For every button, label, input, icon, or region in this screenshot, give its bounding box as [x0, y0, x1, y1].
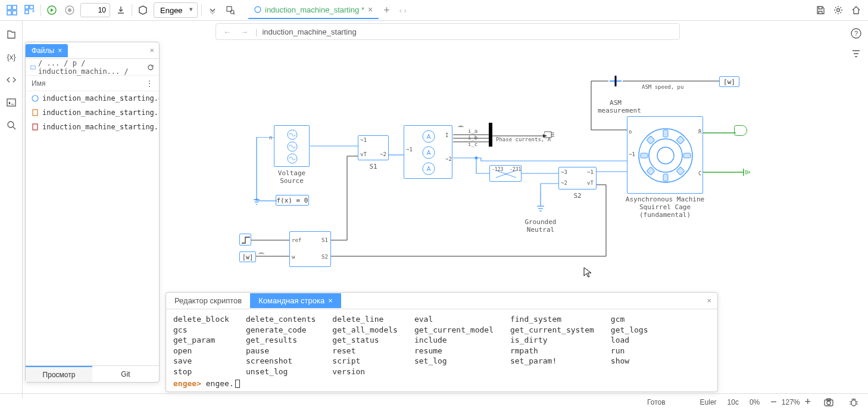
files-tab[interactable]: Файлы ×	[26, 44, 68, 57]
panel-close-icon[interactable]: ×	[701, 296, 717, 305]
engine-select[interactable]: Engee	[154, 2, 198, 18]
command-line-tab[interactable]: Командная строка ×	[250, 293, 341, 308]
completion-item[interactable]: open	[173, 346, 229, 356]
model-tab[interactable]: induction_machine_starting * ×	[248, 1, 379, 19]
completion-item[interactable]: generate_code	[246, 325, 316, 336]
close-icon[interactable]: ×	[328, 296, 333, 305]
from-w-block[interactable]: [w]	[239, 251, 256, 262]
back-icon[interactable]: ←	[221, 27, 233, 36]
forward-icon[interactable]: →	[238, 27, 251, 36]
folder-icon	[30, 64, 36, 71]
completion-item[interactable]: screenshot	[246, 356, 316, 366]
completion-item[interactable]: delete_block	[173, 314, 229, 325]
script-editor-tab[interactable]: Редактор скриптов	[166, 293, 250, 308]
bug-icon[interactable]	[847, 395, 861, 409]
completion-item[interactable]: load	[611, 335, 648, 346]
search-icon[interactable]	[4, 117, 19, 133]
port-label: ~1	[629, 151, 635, 157]
voltage-source-block[interactable]	[274, 125, 310, 167]
search-block-icon[interactable]	[223, 3, 238, 17]
home-icon[interactable]	[849, 3, 863, 17]
mech-port-r[interactable]	[734, 125, 747, 136]
completion-item[interactable]: find_system	[510, 314, 594, 325]
variables-icon[interactable]: {x}	[4, 49, 19, 65]
completion-item[interactable]: eval	[414, 314, 494, 325]
completion-item[interactable]: get_param	[173, 335, 229, 346]
step-block[interactable]	[239, 234, 251, 246]
fx-block[interactable]: f(x) = 0	[276, 195, 309, 206]
completion-item[interactable]: resume	[414, 346, 494, 356]
files-icon[interactable]	[4, 27, 19, 42]
completion-item[interactable]: delete_line	[332, 314, 398, 325]
chevron-down-icon[interactable]	[205, 3, 220, 17]
completion-item[interactable]: show	[611, 356, 648, 366]
column-menu-icon[interactable]: ⋮	[146, 79, 153, 88]
camera-icon[interactable]	[822, 395, 836, 409]
controller-block[interactable]	[289, 231, 331, 267]
completion-item[interactable]: get_logs	[611, 325, 648, 336]
terminal-icon[interactable]	[4, 95, 19, 110]
hexagon-icon[interactable]	[136, 3, 150, 17]
help-icon[interactable]: ?	[849, 26, 863, 41]
completion-item[interactable]: gcm	[611, 314, 648, 325]
refresh-icon[interactable]	[147, 64, 154, 71]
play-icon[interactable]	[45, 3, 59, 17]
record-icon[interactable]	[63, 3, 77, 17]
completion-item[interactable]: get_results	[246, 335, 316, 346]
file-item[interactable]: induction_machine_starting.e	[26, 91, 159, 105]
files-footer: Просмотр Git	[26, 365, 159, 382]
completion-item[interactable]: include	[414, 335, 494, 346]
completion-item[interactable]: gcs	[173, 325, 229, 336]
terminator-icon[interactable]	[544, 131, 555, 139]
close-icon[interactable]: ×	[368, 5, 373, 14]
completion-item[interactable]: get_current_system	[510, 325, 594, 336]
completion-item[interactable]: stop	[173, 366, 229, 377]
wire	[258, 199, 277, 203]
completion-item[interactable]: delete_contents	[246, 314, 316, 325]
completion-item[interactable]: save	[173, 356, 229, 366]
svg-rect-25	[33, 110, 38, 116]
sim-time-input[interactable]	[80, 3, 110, 17]
completion-item[interactable]: is_dirty	[510, 335, 594, 346]
completion-item[interactable]: set_param!	[510, 356, 594, 366]
completion-item[interactable]: version	[332, 366, 398, 377]
zoom-out-button[interactable]: −	[770, 396, 777, 408]
completion-item[interactable]: get_all_models	[332, 325, 398, 336]
svg-rect-53	[676, 136, 685, 144]
console-body[interactable]: delete_blockgcsget_paramopensavestop del…	[166, 309, 717, 392]
close-icon[interactable]: ×	[58, 46, 62, 55]
zoom-in-button[interactable]: +	[804, 396, 811, 408]
ground-icon[interactable]	[536, 192, 545, 216]
files-path-text[interactable]: / ... / p / induction_machin... /	[38, 59, 145, 76]
layout-icon[interactable]	[5, 3, 19, 17]
completion-item[interactable]: script	[332, 356, 398, 366]
breadcrumb-text[interactable]: induction_machine_starting	[262, 27, 356, 36]
cursor-icon	[235, 380, 240, 388]
completion-item[interactable]: set_log	[414, 356, 494, 366]
completion-item[interactable]: rmpath	[510, 346, 594, 356]
completion-item[interactable]: reset	[332, 346, 398, 356]
git-tab[interactable]: Git	[92, 366, 159, 382]
svg-point-61	[475, 157, 478, 160]
file-item[interactable]: induction_machine_starting.n	[26, 105, 159, 120]
file-item[interactable]: induction_machine_starting.s	[26, 120, 159, 134]
save-icon[interactable]	[813, 3, 828, 17]
code-icon[interactable]	[4, 72, 19, 88]
prompt-input[interactable]: engee.	[206, 379, 234, 388]
svg-rect-4	[25, 5, 29, 9]
gear-icon[interactable]	[831, 3, 845, 17]
completion-item[interactable]: pause	[246, 346, 316, 356]
panel-close-icon[interactable]: ×	[145, 46, 159, 55]
scope-icon[interactable]	[608, 74, 623, 88]
new-tab-button[interactable]: +	[379, 2, 395, 19]
goto-w-block[interactable]: [w]	[719, 76, 739, 87]
completion-item[interactable]: get_current_model	[414, 325, 494, 336]
tab-scroll-icon[interactable]: ‹ ›	[395, 6, 411, 15]
completion-item[interactable]: run	[611, 346, 648, 356]
machine-block[interactable]	[627, 116, 703, 194]
add-block-icon[interactable]: +	[23, 3, 37, 17]
completion-item[interactable]: get_status	[332, 335, 398, 346]
completion-item[interactable]: unset_log	[246, 366, 316, 377]
view-tab[interactable]: Просмотр	[26, 366, 92, 382]
download-icon[interactable]	[114, 3, 128, 17]
